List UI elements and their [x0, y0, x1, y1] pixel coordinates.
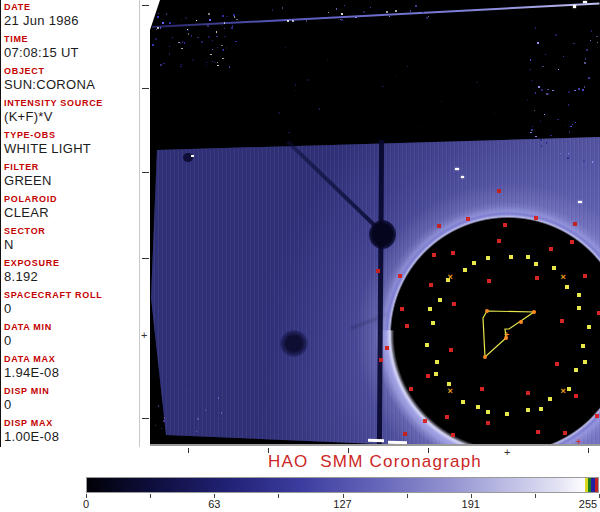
colorbar-tick-label: 63	[208, 498, 220, 510]
yellow-fiducial-ring-dot	[567, 387, 571, 391]
red-outer-ring-dot	[400, 307, 404, 311]
metadata-value: (K+F)*V	[4, 109, 138, 124]
metadata-field: DISP MAX1.00E-08	[4, 418, 138, 444]
metadata-value: 21 Jun 1986	[4, 13, 138, 28]
metadata-value: 8.192	[4, 269, 138, 284]
red-inner-ring-dot	[452, 302, 456, 306]
red-inner-ring-dot	[487, 279, 491, 283]
metadata-label: DATA MIN	[4, 322, 138, 332]
colorbar-tick-label: 255	[579, 498, 597, 510]
red-mid-ring-dot	[445, 415, 449, 419]
red-far-ring-dot	[379, 358, 383, 362]
red-mid-ring-dot	[549, 247, 553, 251]
metadata-value: 1.94E-08	[4, 365, 138, 380]
metadata-field: FILTERGREEN	[4, 162, 138, 188]
yellow-fiducial-ring-dot	[509, 255, 513, 259]
polygon-vertex-dot	[519, 320, 523, 324]
diagonal-x-marker: ×	[561, 387, 566, 396]
red-far-ring-dot	[573, 222, 577, 226]
metadata-label: DISP MIN	[4, 386, 138, 396]
yellow-fiducial-ring-dot	[428, 307, 432, 311]
metadata-label: DATE	[4, 2, 138, 12]
metadata-label: SPACECRAFT ROLL	[4, 290, 138, 300]
red-outer-ring-dot	[570, 240, 574, 244]
metadata-label: EXPOSURE	[4, 258, 138, 268]
red-outer-ring-dot	[563, 431, 567, 435]
yellow-fiducial-ring-dot	[577, 306, 581, 310]
red-outer-ring-dot	[385, 346, 389, 350]
yellow-fiducial-ring-dot	[486, 410, 490, 414]
metadata-field: DATA MIN0	[4, 322, 138, 348]
polygon-vertex-dot	[532, 310, 536, 314]
red-mid-ring-dot	[574, 394, 578, 398]
yellow-fiducial-ring-dot	[587, 325, 591, 329]
polygon-vertex-dot	[504, 336, 508, 340]
yellow-fiducial-ring-dot	[486, 256, 490, 260]
yellow-fiducial-ring-dot	[539, 407, 543, 411]
metadata-field: TIME07:08:15 UT	[4, 34, 138, 60]
metadata-field: OBJECTSUN:CORONA	[4, 66, 138, 92]
metadata-value: 0	[4, 397, 138, 412]
red-inner-ring-dot	[449, 348, 453, 352]
metadata-value: WHITE LIGHT	[4, 141, 138, 156]
metadata-label: FILTER	[4, 162, 138, 172]
yellow-fiducial-ring-dot	[577, 293, 581, 297]
metadata-label: TIME	[4, 34, 138, 44]
metadata-field: DATA MAX1.94E-08	[4, 354, 138, 380]
red-inner-ring-dot	[526, 391, 530, 395]
red-mid-ring-dot	[597, 311, 600, 315]
metadata-label: DISP MAX	[4, 418, 138, 428]
metadata-value: CLEAR	[4, 205, 138, 220]
metadata-value: 07:08:15 UT	[4, 45, 138, 60]
yellow-fiducial-ring-dot	[552, 266, 556, 270]
metadata-value: N	[4, 237, 138, 252]
red-inner-ring-dot	[480, 387, 484, 391]
diagonal-x-marker: ×	[447, 273, 452, 282]
metadata-value: GREEN	[4, 173, 138, 188]
metadata-label: OBJECT	[4, 66, 138, 76]
red-mid-ring-dot	[583, 274, 587, 278]
red-far-ring-dot	[437, 224, 441, 228]
image-title: HAO SMM Coronagraph	[150, 452, 600, 472]
metadata-label: POLAROID	[4, 194, 138, 204]
yellow-fiducial-ring-dot	[431, 321, 435, 325]
metadata-label: SECTOR	[4, 226, 138, 236]
coronagraph-image-canvas[interactable]: ××××++	[150, 0, 600, 446]
yellow-fiducial-ring-dot	[438, 298, 442, 302]
yellow-fiducial-ring-dot	[548, 397, 552, 401]
red-mid-ring-dot	[426, 374, 430, 378]
metadata-value: 0	[4, 333, 138, 348]
red-mid-ring-dot	[536, 430, 540, 434]
metadata-field: DISP MIN0	[4, 386, 138, 412]
colorbar-tick-label: 0	[83, 498, 89, 510]
yellow-fiducial-ring-dot	[581, 344, 585, 348]
red-outer-ring-dot	[423, 419, 427, 423]
red-outer-ring-dot	[451, 433, 455, 437]
red-outer-ring-dot	[534, 216, 538, 220]
smm-coronagraph-quicklook-window: DATE21 Jun 1986TIME07:08:15 UTOBJECTSUN:…	[0, 0, 600, 512]
polygon-vertex-dot	[485, 309, 489, 313]
metadata-sidebar: DATE21 Jun 1986TIME07:08:15 UTOBJECTSUN:…	[0, 0, 140, 447]
red-outer-ring-dot	[432, 253, 436, 257]
metadata-label: INTENSITY SOURCE	[4, 98, 138, 108]
red-far-ring-dot	[376, 269, 380, 273]
red-mid-ring-dot	[451, 251, 455, 255]
metadata-field: POLAROIDCLEAR	[4, 194, 138, 220]
red-inner-ring-dot	[560, 319, 564, 323]
metadata-field: DATE21 Jun 1986	[4, 2, 138, 28]
yellow-fiducial-ring-dot	[534, 262, 538, 266]
intensity-colorbar	[86, 477, 599, 493]
metadata-label: DATA MAX	[4, 354, 138, 364]
red-outer-ring-dot	[398, 274, 402, 278]
metadata-value: 1.00E-08	[4, 429, 138, 444]
metadata-label: TYPE-OBS	[4, 130, 138, 140]
yellow-fiducial-ring-dot	[526, 255, 530, 259]
red-mid-ring-dot	[429, 283, 433, 287]
diagonal-x-marker: ×	[447, 387, 452, 396]
red-inner-ring-dot	[535, 276, 539, 280]
colorbar-tick-label: 127	[333, 498, 351, 510]
red-mid-ring-dot	[497, 239, 501, 243]
red-outer-ring-dot	[503, 223, 507, 227]
red-mid-ring-dot	[405, 324, 409, 328]
metadata-field: SPACECRAFT ROLL0	[4, 290, 138, 316]
